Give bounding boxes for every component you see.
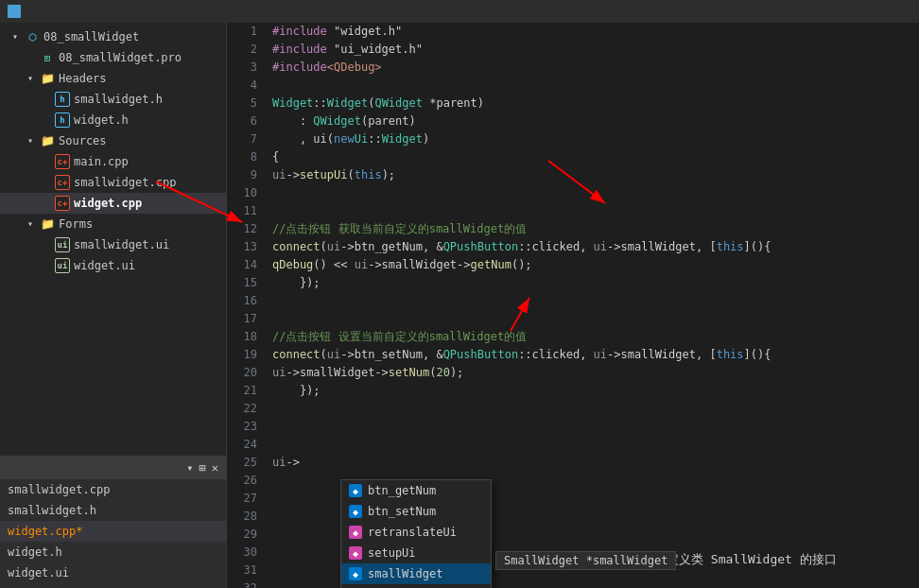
code-content[interactable]: #include "widget.h"#include "ui_widget.h… — [265, 23, 919, 588]
ac-item-btn_getnum[interactable]: ◆btn_getNum — [341, 480, 491, 501]
line-number-22: 22 — [227, 400, 257, 418]
ac-item-setupui[interactable]: ◆setupUi — [341, 543, 491, 563]
sidebar-item-widget.h[interactable]: hwidget.h — [0, 110, 226, 130]
sidebar-item-smallwidget.cpp[interactable]: c+smallwidget.cpp — [0, 172, 226, 193]
panel-pin-icon[interactable]: ▾ — [186, 461, 193, 475]
tree-label-forms: Forms — [59, 217, 226, 231]
autocomplete-tooltip: SmallWidget *smallWidget — [495, 551, 676, 570]
arrow-forms — [23, 216, 38, 232]
ac-item-ui_widget[interactable]: TUi_Widget — [341, 584, 491, 588]
file-icon-h: h — [55, 112, 70, 128]
panel-add-icon[interactable]: ⊞ — [199, 461, 206, 475]
file-icon-folder: 📁 — [40, 133, 55, 148]
code-line-14[interactable]: qDebug() << ui->smallWidget->getNum(); — [272, 256, 919, 274]
tree-label-pro: 08_smallWidget.pro — [59, 51, 226, 64]
ac-label: smallWidget — [368, 567, 442, 580]
code-line-25[interactable]: ui-> — [272, 454, 919, 472]
file-icon-cpp: c+ — [55, 154, 70, 169]
code-line-2[interactable]: #include "ui_widget.h" — [272, 41, 919, 59]
code-line-6[interactable]: : QWidget(parent) — [272, 112, 919, 130]
line-number-11: 11 — [227, 202, 257, 220]
line-number-15: 15 — [227, 274, 257, 292]
line-number-4: 4 — [227, 77, 257, 95]
sidebar-item-sources[interactable]: 📁Sources — [0, 130, 226, 151]
open-file-widgeth[interactable]: widget.h — [0, 542, 226, 562]
open-files-header: ▾ ⊞ ✕ — [0, 457, 226, 479]
tree-label-headers: Headers — [59, 72, 226, 85]
line-number-12: 12 — [227, 220, 257, 238]
sidebar-item-forms[interactable]: 📁Forms — [0, 214, 226, 234]
panel-close-icon[interactable]: ✕ — [212, 461, 218, 475]
code-line-22[interactable] — [272, 400, 919, 418]
file-icon-ui: ui — [55, 237, 70, 252]
code-line-8[interactable]: { — [272, 148, 919, 166]
line-number-1: 1 — [227, 23, 257, 41]
sidebar-item-smallwidget.h[interactable]: hsmallwidget.h — [0, 89, 226, 110]
tree-label-smallwidget.cpp: smallwidget.cpp — [74, 176, 226, 189]
file-icon-cpp: c+ — [55, 196, 70, 211]
sidebar-item-smallwidget.ui[interactable]: uismallwidget.ui — [0, 234, 226, 255]
code-line-3[interactable]: #include <QDebug> — [272, 59, 919, 77]
line-number-23: 23 — [227, 418, 257, 436]
line-number-9: 9 — [227, 166, 257, 184]
file-icon-cpp: c+ — [55, 175, 70, 190]
open-file-widgetcpp[interactable]: widget.cpp* — [0, 521, 226, 542]
line-number-2: 2 — [227, 41, 257, 59]
code-line-1[interactable]: #include "widget.h" — [272, 23, 919, 41]
line-number-7: 7 — [227, 130, 257, 148]
file-icon-h: h — [55, 92, 70, 107]
code-line-19[interactable]: connect(ui->btn_setNum, &QPushButton::cl… — [272, 346, 919, 364]
code-line-12[interactable]: //点击按钮 获取当前自定义的smallWidget的值 — [272, 220, 919, 238]
open-file-smallwidgetcpp[interactable]: smallwidget.cpp — [0, 479, 226, 500]
tree-label-root: 08_smallWidget — [43, 30, 226, 43]
sidebar-item-headers[interactable]: 📁Headers — [0, 68, 226, 89]
line-number-31: 31 — [227, 562, 257, 579]
code-line-13[interactable]: connect(ui->btn_getNum, &QPushButton::cl… — [272, 238, 919, 256]
sidebar-item-widget.cpp[interactable]: c+widget.cpp — [0, 193, 226, 214]
sidebar-item-main.cpp[interactable]: c+main.cpp — [0, 151, 226, 172]
line-number-19: 19 — [227, 346, 257, 364]
line-number-24: 24 — [227, 436, 257, 454]
code-line-24[interactable] — [272, 436, 919, 454]
code-line-7[interactable]: , ui(new Ui::Widget) — [272, 130, 919, 148]
open-file-widgetui[interactable]: widget.ui — [0, 562, 226, 583]
line-number-27: 27 — [227, 490, 257, 508]
sidebar-item-root[interactable]: ⬡08_smallWidget — [0, 26, 226, 47]
code-line-11[interactable] — [272, 202, 919, 220]
line-number-3: 3 — [227, 59, 257, 77]
line-number-28: 28 — [227, 508, 257, 526]
tree-label-widget.h: widget.h — [74, 113, 226, 127]
sidebar-item-pro[interactable]: ⊞08_smallWidget.pro — [0, 47, 226, 68]
tree-label-smallwidget.ui: smallwidget.ui — [74, 238, 226, 251]
code-line-21[interactable]: }); — [272, 382, 919, 400]
arrow-headers — [23, 71, 38, 86]
code-line-10[interactable] — [272, 184, 919, 202]
ac-item-retranslateui[interactable]: ◆retranslateUi — [341, 522, 491, 543]
code-line-16[interactable] — [272, 292, 919, 310]
open-file-smallwidgeth[interactable]: smallwidget.h — [0, 500, 226, 521]
tree-label-main.cpp: main.cpp — [74, 155, 226, 168]
ac-item-smallwidget[interactable]: ◆smallWidget — [341, 563, 491, 584]
ac-label: setupUi — [368, 546, 416, 560]
code-line-9[interactable]: ui->setupUi(this); — [272, 166, 919, 184]
code-line-23[interactable] — [272, 418, 919, 436]
ac-item-btn_setnum[interactable]: ◆btn_setNum — [341, 501, 491, 522]
line-number-25: 25 — [227, 454, 257, 472]
ac-label: retranslateUi — [368, 526, 457, 539]
sidebar-item-widget.ui[interactable]: uiwidget.ui — [0, 255, 226, 276]
code-line-18[interactable]: //点击按钮 设置当前自定义的smallWidget的值 — [272, 328, 919, 346]
ac-label: btn_setNum — [368, 505, 436, 518]
line-number-20: 20 — [227, 364, 257, 382]
autocomplete-dropdown: ◆btn_getNum◆btn_setNum◆retranslateUi◆set… — [340, 479, 492, 588]
line-number-16: 16 — [227, 292, 257, 310]
code-line-17[interactable] — [272, 310, 919, 328]
code-line-4[interactable] — [272, 77, 919, 95]
code-line-20[interactable]: ui->smallWidget->setNum(20); — [272, 364, 919, 382]
code-line-15[interactable]: }); — [272, 274, 919, 292]
line-number-5: 5 — [227, 95, 257, 112]
tree-label-smallwidget.h: smallwidget.h — [74, 93, 226, 106]
line-number-26: 26 — [227, 472, 257, 490]
line-number-8: 8 — [227, 148, 257, 166]
code-line-5[interactable]: Widget::Widget(QWidget *parent) — [272, 95, 919, 112]
sidebar: ⬡08_smallWidget⊞08_smallWidget.pro📁Heade… — [0, 23, 227, 588]
